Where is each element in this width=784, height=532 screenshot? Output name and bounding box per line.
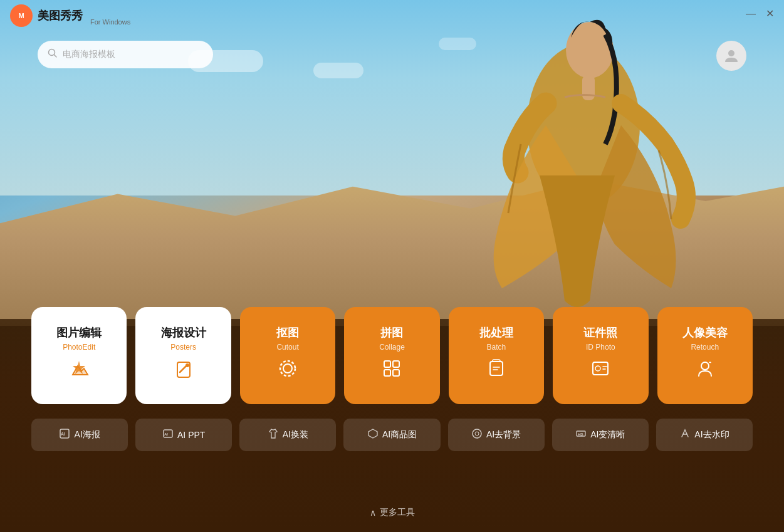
card-title-poster: 海报设计 <box>161 326 206 340</box>
svg-text:AI: AI <box>164 432 168 436</box>
card-title-batch: 批处理 <box>479 326 513 340</box>
svg-text:M: M <box>18 12 24 19</box>
ai-label-ai-poster: AI海报 <box>74 429 100 441</box>
ai-icon-ai-outfit <box>268 428 279 442</box>
avatar-button[interactable] <box>716 41 746 71</box>
card-subtitle-poster: Posters <box>170 343 196 351</box>
svg-rect-13 <box>384 361 390 367</box>
svg-rect-14 <box>393 361 399 367</box>
svg-point-24 <box>473 429 481 438</box>
window-controls: — ✕ <box>746 9 774 19</box>
svg-point-12 <box>283 364 292 373</box>
svg-point-11 <box>280 361 295 376</box>
ai-tool-ai-enhance[interactable]: HD AI变清晰 <box>552 419 649 451</box>
more-tools-chevron: ∧ <box>370 508 376 518</box>
tool-card-collage[interactable]: 拼图 Collage <box>344 307 439 404</box>
card-icon-cutout <box>276 357 299 385</box>
ai-label-ai-ppt: AI PPT <box>177 430 205 440</box>
svg-point-10 <box>186 363 189 367</box>
tool-cards-row: 图片编辑 PhotoEdit 海报设计 Posters 抠图 Cutout 拼图… <box>0 307 784 404</box>
svg-point-19 <box>701 362 709 370</box>
tool-card-poster[interactable]: 海报设计 Posters <box>135 307 231 404</box>
card-subtitle-id-photo: ID Photo <box>586 343 615 351</box>
card-icon-batch <box>485 357 508 385</box>
app-subtitle: For Windows <box>90 18 130 26</box>
card-subtitle-retouch: Retouch <box>691 343 719 351</box>
more-tools-button[interactable]: ∧ 更多工具 <box>0 507 784 518</box>
ai-icon-ai-poster: AI <box>59 428 70 442</box>
tool-card-batch[interactable]: 批处理 Batch <box>449 307 544 404</box>
tool-card-retouch[interactable]: 人像美容 Retouch <box>657 307 753 404</box>
card-title-collage: 拼图 <box>380 326 403 340</box>
close-button[interactable]: ✕ <box>766 9 774 19</box>
svg-point-25 <box>475 432 479 436</box>
hero-person <box>421 0 734 326</box>
ai-icon-ai-enhance: HD <box>575 428 587 442</box>
app-logo: M <box>10 4 33 27</box>
tool-card-cutout[interactable]: 抠图 Cutout <box>240 307 335 404</box>
svg-text:HD: HD <box>578 432 583 436</box>
card-icon-poster <box>172 357 195 385</box>
svg-rect-4 <box>582 75 595 100</box>
ai-icon-ai-product <box>367 428 379 442</box>
card-icon-collage <box>380 357 403 385</box>
app-name: 美图秀秀 <box>38 8 83 23</box>
ai-tool-ai-bg-remove[interactable]: AI去背景 <box>448 419 545 451</box>
svg-text:AI: AI <box>61 432 65 436</box>
svg-point-7 <box>728 50 734 56</box>
tool-card-id-photo[interactable]: 证件照 ID Photo <box>553 307 648 404</box>
ai-tool-ai-poster[interactable]: AI AI海报 <box>31 419 128 451</box>
ai-tool-ai-product[interactable]: AI商品图 <box>343 419 440 451</box>
card-title-photo-edit: 图片编辑 <box>56 326 102 340</box>
card-subtitle-collage: Collage <box>379 343 405 351</box>
more-tools-label: 更多工具 <box>380 507 415 518</box>
ai-label-ai-product: AI商品图 <box>382 429 417 441</box>
ai-icon-ai-ppt: AI <box>162 428 174 442</box>
card-icon-id-photo <box>589 357 612 385</box>
card-title-id-photo: 证件照 <box>583 326 617 340</box>
card-title-retouch: 人像美容 <box>682 326 728 340</box>
svg-point-18 <box>595 366 600 371</box>
ai-tool-ai-watermark[interactable]: AI去水印 <box>656 419 753 451</box>
ai-tools-row: AI AI海报 AI AI PPT AI换装 AI商品图 AI去背景 HD AI… <box>0 419 784 451</box>
cloud-2 <box>313 63 363 78</box>
ai-icon-ai-watermark <box>679 428 691 442</box>
ai-icon-ai-bg-remove <box>471 428 483 442</box>
card-subtitle-cutout: Cutout <box>276 343 298 351</box>
search-placeholder: 电商海报模板 <box>63 49 203 60</box>
card-subtitle-batch: Batch <box>487 343 506 351</box>
ai-label-ai-enhance: AI变清晰 <box>590 429 625 441</box>
logo-area: M 美图秀秀 For Windows <box>10 4 130 27</box>
search-icon <box>48 48 58 61</box>
title-bar: M 美图秀秀 For Windows — ✕ <box>0 0 784 31</box>
ai-label-ai-outfit: AI换装 <box>283 429 308 441</box>
ai-tool-ai-outfit[interactable]: AI换装 <box>239 419 336 451</box>
card-icon-photo-edit <box>68 357 90 385</box>
svg-line-6 <box>55 55 57 58</box>
svg-rect-16 <box>393 370 399 376</box>
ai-label-ai-watermark: AI去水印 <box>694 429 729 441</box>
ai-label-ai-bg-remove: AI去背景 <box>486 429 521 441</box>
card-subtitle-photo-edit: PhotoEdit <box>63 343 95 351</box>
card-title-cutout: 抠图 <box>276 326 299 340</box>
minimize-button[interactable]: — <box>746 9 756 19</box>
ai-tool-ai-ppt[interactable]: AI AI PPT <box>135 419 232 451</box>
svg-rect-15 <box>384 370 390 376</box>
search-bar[interactable]: 电商海报模板 <box>38 41 213 68</box>
card-icon-retouch <box>694 357 716 385</box>
tool-card-photo-edit[interactable]: 图片编辑 PhotoEdit <box>31 307 127 404</box>
